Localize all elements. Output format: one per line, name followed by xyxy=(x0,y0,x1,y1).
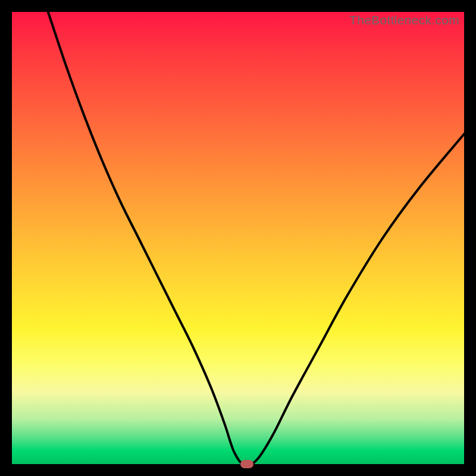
bottleneck-curve xyxy=(12,12,464,464)
plot-area: TheBottleneck.com xyxy=(12,12,464,464)
optimal-point-marker xyxy=(240,460,253,468)
chart-frame: TheBottleneck.com xyxy=(0,0,476,476)
